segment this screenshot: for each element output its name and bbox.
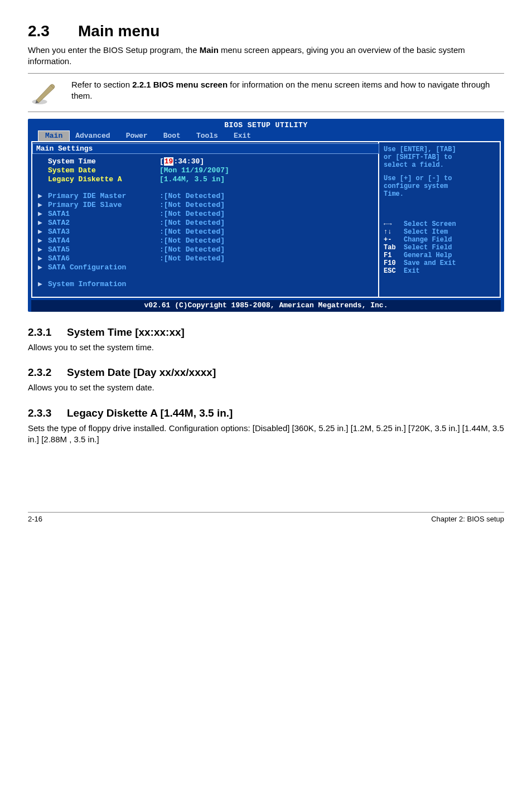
page-title: 2.3Main menu xyxy=(28,22,504,40)
bios-item-system-information[interactable]: ▶System Information xyxy=(38,280,373,289)
heading-number: 2.3 xyxy=(28,22,78,40)
bios-item-sata-configuration[interactable]: ▶SATA Configuration xyxy=(38,263,373,272)
bios-item-sata4[interactable]: ▶SATA4:[Not Detected] xyxy=(38,236,373,245)
bios-field-system-date[interactable]: ▶ System Date [Mon 11/19/2007] xyxy=(38,166,373,175)
bios-item-sata1[interactable]: ▶SATA1:[Not Detected] xyxy=(38,210,373,219)
bios-footer: v02.61 (C)Copyright 1985-2008, American … xyxy=(31,300,501,312)
note-block: Refer to section 2.2.1 BIOS menu screen … xyxy=(28,74,504,112)
bios-field-legacy-diskette[interactable]: ▶ Legacy Diskette A [1.44M, 3.5 in] xyxy=(38,175,373,184)
note-text: Refer to section 2.2.1 BIOS menu screen … xyxy=(71,79,504,102)
divider xyxy=(28,112,504,112)
bios-field-system-time[interactable]: ▶ System Time [19:34:30] xyxy=(38,157,373,166)
section-body: Sets the type of floppy drive installed.… xyxy=(28,423,504,446)
heading-text: Main menu xyxy=(78,22,159,40)
bios-tab-power[interactable]: Power xyxy=(120,131,158,141)
bios-tab-exit[interactable]: Exit xyxy=(228,131,261,141)
bios-menu-bar: Main Advanced Power Boot Tools Exit xyxy=(28,131,504,141)
note-icon xyxy=(28,79,61,106)
bios-help-panel: Use [ENTER], [TAB] or [SHIFT-TAB] to sel… xyxy=(378,142,500,297)
bios-tab-main[interactable]: Main xyxy=(38,131,70,141)
page-number: 2-16 xyxy=(28,515,42,523)
bios-main-panel: Main Settings ▶ System Time [19:34:30] ▶… xyxy=(32,142,378,297)
bios-tab-tools[interactable]: Tools xyxy=(191,131,228,141)
bios-screenshot: BIOS SETUP UTILITY Main Advanced Power B… xyxy=(28,119,504,312)
bios-item-sata2[interactable]: ▶SATA2:[Not Detected] xyxy=(38,219,373,228)
chapter-label: Chapter 2: BIOS setup xyxy=(431,515,504,523)
bios-item-primary-ide-slave[interactable]: ▶Primary IDE Slave:[Not Detected] xyxy=(38,201,373,210)
section-heading: 2.3.3Legacy Diskette A [1.44M, 3.5 in.] xyxy=(28,407,504,419)
bios-item-sata3[interactable]: ▶SATA3:[Not Detected] xyxy=(38,228,373,236)
bios-item-sata6[interactable]: ▶SATA6:[Not Detected] xyxy=(38,254,373,263)
section-heading: 2.3.2System Date [Day xx/xx/xxxx] xyxy=(28,366,504,379)
bios-title: BIOS SETUP UTILITY xyxy=(28,119,504,131)
bios-item-sata5[interactable]: ▶SATA5:[Not Detected] xyxy=(38,245,373,254)
section-body: Allows you to set the system date. xyxy=(28,382,504,393)
bios-item-primary-ide-master[interactable]: ▶Primary IDE Master:[Not Detected] xyxy=(38,192,373,201)
page-footer: 2-16 Chapter 2: BIOS setup xyxy=(28,512,504,523)
bios-tab-advanced[interactable]: Advanced xyxy=(70,131,120,141)
section-body: Allows you to set the system time. xyxy=(28,342,504,353)
bios-tab-boot[interactable]: Boot xyxy=(158,131,191,141)
section-heading: 2.3.1System Time [xx:xx:xx] xyxy=(28,326,504,339)
bios-help-keys: ←→Select Screen ↑↓Select Item +-Change F… xyxy=(384,220,495,275)
intro-paragraph: When you enter the BIOS Setup program, t… xyxy=(28,45,504,66)
bios-section-header: Main Settings xyxy=(32,143,379,154)
